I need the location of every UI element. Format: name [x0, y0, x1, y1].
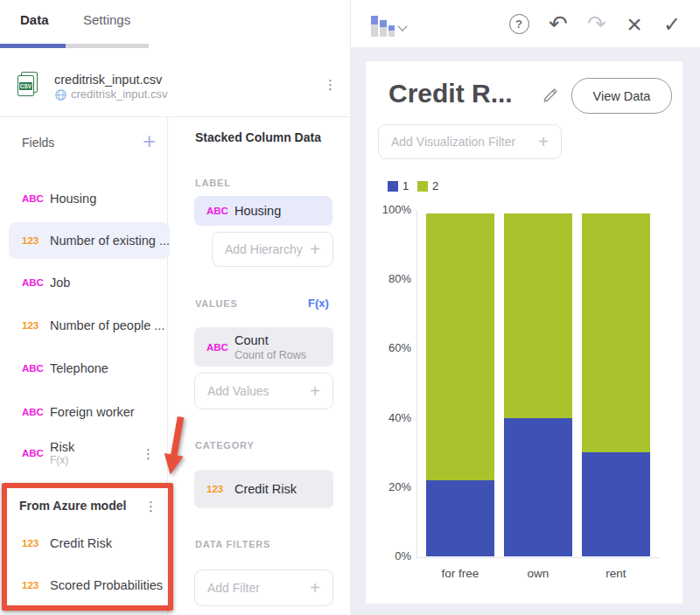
field-type-badge: 123 [22, 235, 50, 246]
field-row[interactable]: ABCTelephone [0, 349, 167, 388]
add-filter-box[interactable]: Add Filter + [194, 570, 333, 606]
field-row[interactable]: 123Number of existing ... [0, 221, 167, 260]
view-data-button[interactable]: View Data [571, 78, 672, 114]
plus-icon: + [310, 381, 320, 402]
field-type-badge: 123 [206, 484, 234, 494]
add-values-placeholder: Add Values [207, 384, 270, 398]
editor-title: Stacked Column Data [195, 130, 321, 144]
help-button[interactable]: ? [508, 0, 529, 48]
bar-segment-own-series-2[interactable] [504, 213, 572, 418]
field-type-badge: ABC [22, 363, 50, 374]
values-section-heading: VALUES [195, 298, 238, 309]
chip-label: Housing [234, 204, 281, 218]
field-type-badge: 123 [22, 320, 50, 331]
y-axis-tick-label: 20% [373, 480, 411, 493]
field-type-badge: 123 [22, 580, 50, 591]
legend-swatch [417, 181, 428, 192]
field-label: RiskF(x) [50, 440, 74, 466]
field-label: Credit Risk [50, 536, 112, 550]
column-divider [167, 116, 168, 615]
add-visualization-filter-box[interactable]: Add Visualization Filter + [378, 124, 562, 159]
field-label: Telephone [50, 361, 108, 375]
confirm-button[interactable]: ✓ [661, 0, 683, 48]
fx-link[interactable]: F(x) [308, 297, 329, 310]
bar-segment-rent-series-2[interactable] [582, 213, 650, 452]
legend-label: 2 [432, 179, 438, 192]
y-axis-tick-label: 0% [373, 549, 411, 563]
x-axis-category-label: rent [577, 567, 655, 580]
y-axis-tick-label: 80% [373, 272, 411, 285]
field-type-badge: ABC [22, 407, 50, 417]
plus-icon: + [310, 240, 320, 260]
azure-group-title: From Azure model [7, 499, 126, 513]
add-values-box[interactable]: Add Values + [194, 373, 333, 409]
edit-title-pencil-icon[interactable] [541, 84, 562, 108]
field-type-badge: ABC [22, 277, 50, 288]
bar-segment-for-free-series-2[interactable] [426, 213, 494, 480]
label-chip-housing[interactable]: ABC Housing [194, 196, 332, 226]
add-hierarchy-box[interactable]: Add Hierarchy + [212, 232, 333, 267]
add-hierarchy-placeholder: Add Hierarchy [225, 242, 303, 256]
category-section-heading: CATEGORY [195, 440, 255, 451]
values-chip-count[interactable]: ABC Count Count of Rows [194, 327, 333, 367]
label-section-heading: LABEL [195, 178, 231, 188]
data-filters-heading: DATA FILTERS [195, 539, 270, 549]
category-chip-credit-risk[interactable]: 123 Credit Risk [194, 470, 333, 508]
chip-label: Count [234, 333, 306, 347]
field-label: Scored Probabilities [50, 578, 163, 592]
field-label: Number of existing ... [50, 234, 170, 248]
chart-type-selector[interactable] [371, 15, 411, 38]
viz-title: Credit R... [388, 79, 513, 108]
panel-divider [0, 116, 350, 117]
chip-label: Credit Risk [234, 482, 297, 496]
field-type-badge: ABC [22, 193, 50, 204]
field-row[interactable]: ABCForeign worker [0, 393, 167, 431]
azure-group-header: From Azure model ⋮ [7, 486, 163, 513]
field-label: Foreign worker [50, 405, 135, 419]
help-icon: ? [509, 14, 529, 34]
field-label: Job [50, 276, 70, 290]
legend-item[interactable]: 1 [388, 179, 409, 192]
y-axis-line [416, 210, 417, 557]
field-row[interactable]: ABCJob [0, 263, 167, 302]
app-window: Data Settings CSV creditrisk_input.csv c… [0, 0, 700, 615]
chevron-down-icon [397, 21, 407, 31]
bar-segment-rent-series-1[interactable] [582, 452, 650, 556]
field-type-badge: 123 [22, 538, 50, 549]
bar-segment-own-series-1[interactable] [504, 418, 572, 556]
legend-item[interactable]: 2 [417, 179, 438, 192]
field-row[interactable]: 123Scored Probabilities [0, 566, 167, 605]
legend-swatch [388, 181, 398, 192]
fields-heading: Fields [22, 136, 54, 150]
x-axis-category-label: for free [421, 567, 500, 580]
field-type-badge: ABC [206, 206, 234, 216]
field-label: Number of people ... [50, 318, 164, 332]
globe-icon [55, 88, 66, 100]
y-axis-tick-label: 40% [373, 411, 411, 424]
chip-sublabel: Count of Rows [234, 349, 306, 361]
dataset-name: creditrisk_input.csv [54, 73, 162, 87]
close-button[interactable]: × [623, 0, 646, 48]
field-row[interactable]: 123Credit Risk [0, 524, 167, 563]
redo-button[interactable]: ↷ [585, 0, 608, 48]
active-tab-underline [0, 44, 66, 48]
add-field-icon[interactable]: + [143, 128, 156, 155]
bar-segment-for-free-series-1[interactable] [426, 480, 494, 556]
x-axis-category-label: own [499, 567, 578, 580]
add-filter-placeholder: Add Filter [207, 581, 260, 595]
dataset-source: creditrisk_input.csv [71, 87, 168, 101]
field-row[interactable]: ABCHousing [0, 179, 167, 218]
undo-button[interactable]: ↶ [547, 0, 570, 48]
plus-icon: + [538, 132, 549, 152]
plus-icon: + [310, 578, 320, 598]
y-axis-tick-label: 60% [373, 341, 411, 354]
tab-data[interactable]: Data [20, 12, 49, 27]
field-row[interactable]: ABCRiskF(x)⋮ [0, 434, 167, 472]
field-menu-icon[interactable]: ⋮ [142, 447, 155, 460]
legend-label: 1 [402, 179, 409, 192]
dataset-menu-icon[interactable]: ⋮ [324, 78, 337, 91]
field-row[interactable]: 123Number of people ... [0, 306, 167, 345]
tab-settings[interactable]: Settings [83, 12, 130, 27]
azure-group-menu-icon[interactable]: ⋮ [144, 500, 163, 513]
inactive-tab-underline [66, 44, 149, 48]
